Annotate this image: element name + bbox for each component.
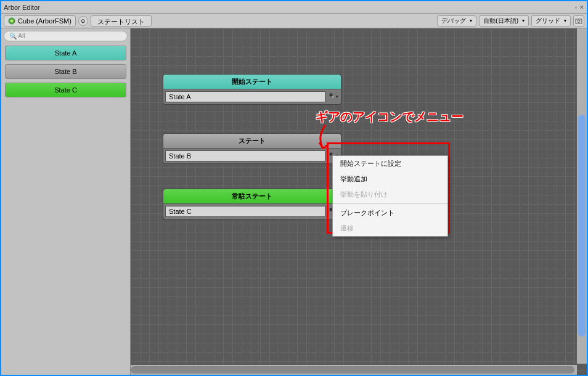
node-state-b[interactable]: ステート State B ▾: [163, 133, 341, 164]
horizontal-scrollbar-thumb[interactable]: [131, 366, 574, 374]
gear-icon[interactable]: ▾: [328, 91, 339, 102]
vertical-scrollbar[interactable]: [577, 28, 587, 364]
close-icon[interactable]: ✕: [579, 4, 584, 10]
breadcrumb-label: Cube (ArborFSM): [18, 17, 71, 25]
node-header: 開始ステート: [163, 75, 341, 89]
minimize-icon[interactable]: ▫: [575, 4, 577, 10]
menu-breakpoint[interactable]: ブレークポイント: [333, 205, 447, 221]
node-header: 常駐ステート: [163, 189, 341, 204]
menu-transition: 遷移: [333, 221, 447, 236]
tab-statelist[interactable]: ステートリスト: [91, 15, 152, 27]
search-input[interactable]: 🔍 All: [4, 31, 128, 41]
sidebar-item-state-b[interactable]: State B: [5, 64, 126, 79]
breadcrumb[interactable]: Cube (ArborFSM): [4, 15, 76, 27]
node-name-field[interactable]: State C: [165, 206, 325, 217]
sidebar-item-state-a[interactable]: State A: [5, 46, 126, 60]
svg-point-3: [578, 20, 580, 22]
window-title: Arbor Editor: [4, 4, 40, 11]
vertical-scrollbar-thumb[interactable]: [578, 115, 586, 337]
fsm-icon: [8, 17, 15, 25]
canvas[interactable]: 開始ステート State A ▾ ステート State B ▾: [131, 28, 587, 375]
window-controls: ▫ ✕: [575, 4, 584, 10]
menu-set-start-state[interactable]: 開始ステートに設定: [333, 156, 447, 171]
language-dropdown[interactable]: 自動(日本語): [479, 15, 529, 27]
titlebar: Arbor Editor ▫ ✕: [1, 1, 587, 14]
svg-point-4: [332, 96, 333, 98]
target-button[interactable]: ⊙: [78, 16, 88, 26]
snapshot-icon: [575, 17, 582, 25]
node-state-a[interactable]: 開始ステート State A ▾: [163, 74, 341, 105]
context-menu: 開始ステートに設定 挙動追加 挙動を貼り付け ブレークポイント 遷移: [332, 155, 448, 237]
sidebar: 🔍 All State A State B State C: [1, 28, 131, 375]
node-name-field[interactable]: State A: [165, 91, 325, 102]
node-name-field[interactable]: State B: [165, 150, 325, 161]
annotation-text: ギアのアイコンでメニュー: [316, 108, 463, 125]
menu-separator: [333, 203, 447, 204]
node-header: ステート: [163, 134, 341, 149]
debug-dropdown[interactable]: デバッグ: [437, 15, 476, 27]
grid-dropdown[interactable]: グリッド: [531, 15, 571, 27]
svg-point-1: [10, 20, 13, 22]
horizontal-scrollbar[interactable]: [131, 365, 577, 375]
node-state-c[interactable]: 常駐ステート State C ▾: [163, 189, 341, 219]
menu-paste-behaviour: 挙動を貼り付け: [333, 187, 447, 202]
menu-add-behaviour[interactable]: 挙動追加: [333, 171, 447, 187]
snapshot-button[interactable]: [573, 15, 584, 27]
toolbar: Cube (ArborFSM) ⊙ ステートリスト デバッグ 自動(日本語) グ…: [1, 14, 587, 28]
sidebar-item-state-c[interactable]: State C: [5, 83, 126, 97]
